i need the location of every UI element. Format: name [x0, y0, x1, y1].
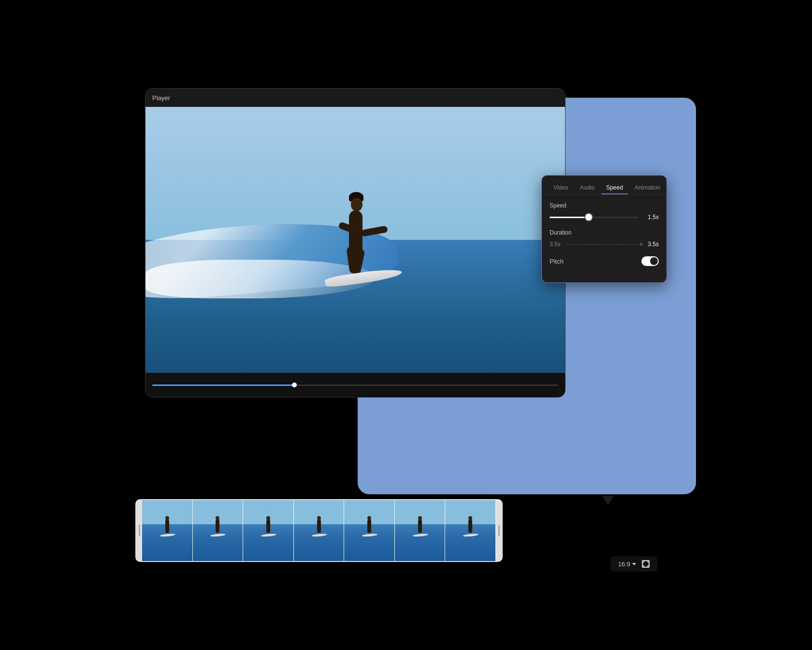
panel-tabs: Video Audio Speed Animation [542, 176, 667, 194]
handle-bar-left [139, 525, 140, 536]
pitch-toggle[interactable] [641, 256, 659, 266]
thumb-bg-3 [243, 500, 293, 561]
player-title: Player [152, 94, 170, 102]
mini-surfer-2 [213, 518, 222, 538]
duration-line [567, 244, 641, 245]
properties-panel: Video Audio Speed Animation Speed [541, 175, 667, 283]
mini-surfer-1 [163, 518, 172, 538]
tab-speed[interactable]: Speed [601, 181, 628, 194]
player-timeline[interactable] [145, 373, 565, 397]
aspect-ratio-selector[interactable]: 16:9 [618, 561, 636, 568]
speed-value: 1.5x [642, 214, 659, 221]
strip-thumb-4 [294, 500, 345, 561]
fullscreen-icon [643, 561, 649, 567]
speed-slider-fill [550, 217, 585, 218]
thumb-bg-5 [344, 500, 394, 561]
timeline-thumb[interactable] [292, 383, 297, 387]
pitch-row: Pitch [550, 256, 659, 266]
timeline-track[interactable] [152, 384, 558, 386]
thumb-bg-7 [445, 500, 495, 561]
scene: Player [116, 59, 696, 591]
duration-row: 3.5s 3.5s [550, 241, 659, 248]
strip-thumb-5 [344, 500, 395, 561]
strip-thumb-2 [193, 500, 244, 561]
tab-animation[interactable]: Animation [630, 181, 665, 194]
surfer-head [351, 198, 362, 211]
player-video-area [145, 107, 565, 373]
speed-label: Speed [550, 202, 659, 209]
mini-surfer-6 [416, 518, 424, 538]
surfer-arm-right [361, 225, 388, 236]
strip-thumb-3 [243, 500, 294, 561]
fullscreen-button[interactable] [642, 560, 650, 568]
duration-end: 3.5s [645, 241, 659, 248]
strip-thumb-6 [395, 500, 446, 561]
speed-slider-row: 1.5x [550, 214, 659, 221]
surf-scene [145, 107, 565, 373]
tab-audio[interactable]: Audio [575, 181, 599, 194]
strip-thumb-1 [142, 500, 193, 561]
thumb-bg-2 [193, 500, 243, 561]
mini-surfer-5 [365, 518, 374, 538]
duration-start: 3.5s [550, 241, 563, 248]
toggle-knob [650, 257, 658, 265]
duration-section: Duration 3.5s 3.5s [550, 229, 659, 248]
panel-connector [602, 496, 614, 505]
timeline-progress [152, 384, 294, 386]
strip-handle-right[interactable] [496, 500, 502, 561]
pitch-section: Pitch [550, 256, 659, 266]
duration-arrow-icon [640, 242, 643, 246]
panel-body: Speed 1.5x Duration 3.5s 3.5s [542, 194, 667, 282]
aspect-ratio-value: 16:9 [618, 561, 630, 568]
player-window: Player [145, 88, 566, 398]
player-titlebar: Player [145, 89, 565, 107]
thumb-bg-1 [142, 500, 192, 561]
thumb-bg-4 [294, 500, 344, 561]
strip-handle-left[interactable] [136, 500, 142, 561]
tab-video[interactable]: Video [549, 181, 573, 194]
thumbnail-strip[interactable] [135, 499, 503, 562]
chevron-down-icon [632, 563, 636, 565]
player-bottom-bar: 16:9 [610, 556, 657, 572]
strip-thumbnails [142, 500, 496, 561]
strip-thumb-7 [445, 500, 496, 561]
speed-section: Speed 1.5x [550, 202, 659, 221]
surfer-figure [334, 162, 392, 288]
mini-surfer-3 [264, 518, 273, 538]
mini-surfer-7 [466, 518, 475, 538]
pitch-label: Pitch [550, 258, 564, 265]
mini-surfer-4 [315, 518, 323, 538]
speed-slider-track[interactable] [550, 217, 638, 218]
speed-slider-thumb[interactable] [585, 214, 592, 221]
surfboard [324, 267, 403, 288]
connector-triangle-icon [602, 496, 614, 505]
duration-label: Duration [550, 229, 659, 236]
thumb-bg-6 [395, 500, 445, 561]
handle-bar-right [498, 525, 500, 536]
